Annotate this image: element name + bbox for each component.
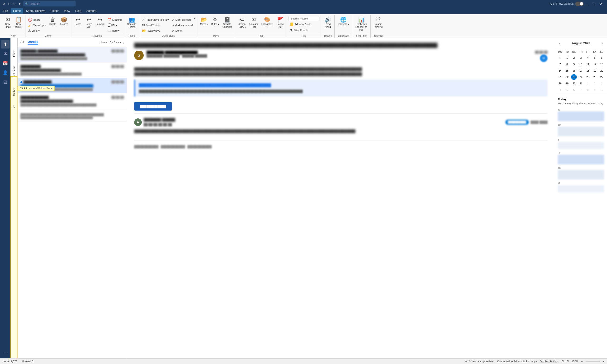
filter-email-button[interactable]: ⚗ Filter Email ▾	[289, 27, 310, 33]
cal-cell-7-next[interactable]: 7	[578, 87, 584, 93]
cal-cell-24[interactable]: 24	[578, 74, 584, 80]
nav-more-icon[interactable]: ⋯	[2, 349, 8, 356]
cal-cell-10[interactable]: 10	[578, 61, 584, 67]
cal-cell-3-next[interactable]: 3	[599, 81, 605, 86]
share-teams-button[interactable]: 👥 Share toTeams	[126, 16, 138, 29]
cal-cell-17[interactable]: 17	[578, 68, 584, 74]
nav-calendar-icon[interactable]: 📅	[1, 59, 10, 67]
read-delete-button[interactable]: ✉ Read/Delete	[141, 23, 170, 28]
im-button[interactable]: 💬 IM ▾	[106, 23, 123, 28]
address-book-button[interactable]: 📒 Address Book	[289, 22, 312, 27]
assign-policy-button[interactable]: 🏷 AssignPolicy ▾	[237, 16, 247, 29]
calendar-prev-button[interactable]: ‹	[558, 40, 562, 46]
menu-file[interactable]: File	[1, 8, 10, 13]
menu-home[interactable]: Home	[11, 8, 23, 13]
cal-cell-10-next[interactable]: 10	[599, 87, 605, 93]
email-item-2[interactable]: ██████████ ██/██/██ ████████████████████…	[18, 63, 127, 78]
cal-cell-16[interactable]: 16	[571, 68, 577, 74]
tab-unread[interactable]: Unread	[27, 40, 38, 45]
cal-cell-18[interactable]: 18	[585, 68, 591, 74]
menu-acrobat[interactable]: Acrobat	[84, 8, 98, 13]
cal-cell-12[interactable]: 12	[592, 61, 598, 67]
cal-cell-26[interactable]: 26	[592, 74, 598, 80]
send-onenote-button[interactable]: 📓 Send toOneNote	[221, 16, 233, 29]
cal-cell-1[interactable]: 1	[564, 55, 570, 61]
read-move-button[interactable]: 📂 Read/Move	[141, 28, 170, 33]
meeting-button[interactable]: 📅 Meeting	[106, 17, 123, 22]
search-people-input[interactable]	[289, 16, 319, 21]
email-item-5[interactable]: ████████████████████████████████████████…	[18, 109, 127, 121]
search-input[interactable]	[23, 1, 76, 6]
folder-label-jira[interactable]: Jira	[13, 104, 15, 110]
cal-cell-5-next[interactable]: 5	[564, 87, 570, 93]
cal-cell-7[interactable]: 7	[557, 61, 563, 67]
minimize-button[interactable]: ─	[584, 1, 591, 7]
forward-button[interactable]: ↪ Forward	[94, 16, 106, 27]
menu-help[interactable]: Help	[73, 8, 84, 13]
folder-label-outbox[interactable]: Outbox	[13, 87, 15, 97]
filter-sort-icon[interactable]: ↓	[123, 41, 124, 44]
report-phishing-button[interactable]: 🛡 ReportPhishing	[372, 16, 384, 29]
folder-label-sent[interactable]: Sent Items	[13, 65, 15, 79]
nav-mail-icon[interactable]: ✉	[1, 50, 10, 58]
view-icon-1[interactable]: ⊟	[562, 360, 564, 363]
display-settings-button[interactable]: Display Settings	[540, 360, 559, 363]
done-button[interactable]: ✔ Done	[171, 28, 194, 33]
cal-cell-2-next[interactable]: 2	[592, 81, 598, 86]
cal-cell-23-today[interactable]: 23	[571, 74, 577, 80]
cal-cell-4-next[interactable]: 4	[557, 87, 563, 93]
cal-cell-31[interactable]: 31	[578, 81, 584, 86]
undo-icon[interactable]: ↩	[7, 2, 11, 6]
cal-cell-8[interactable]: 8	[564, 61, 570, 67]
maximize-button[interactable]: □	[591, 1, 597, 7]
delete-button[interactable]: 🗑 Delete	[48, 16, 58, 27]
cal-cell-31-prev[interactable]: 31	[557, 55, 563, 61]
cal-cell-6[interactable]: 6	[599, 55, 605, 61]
unread-read-button[interactable]: ✉ Unread/Read	[248, 16, 259, 29]
nav-people-icon[interactable]: 👤	[1, 68, 10, 77]
cal-cell-9-next[interactable]: 9	[592, 87, 598, 93]
view-icon-2[interactable]: ⊡	[567, 360, 569, 363]
read-move-jira-button[interactable]: ↗ Read/Move to Jira ▾	[141, 17, 170, 22]
redo-icon[interactable]: ↪	[12, 2, 16, 6]
folder-label-inbox[interactable]: Inbox	[13, 50, 15, 58]
cal-cell-4[interactable]: 4	[585, 55, 591, 61]
follow-up-button[interactable]: 🚩 FollowUp ▾	[275, 16, 285, 29]
menu-view[interactable]: View	[62, 8, 73, 13]
ignore-button[interactable]: 🚫 Ignore	[27, 17, 47, 22]
new-email-button[interactable]: ✉ NewEmail	[2, 16, 13, 29]
cal-cell-3[interactable]: 3	[578, 55, 584, 61]
cal-cell-5[interactable]: 5	[592, 55, 598, 61]
translate-button[interactable]: 🌐 Translate ▾	[336, 16, 351, 27]
cal-cell-19[interactable]: 19	[592, 68, 598, 74]
reply-scheduling-poll-button[interactable]: 📊 Reply withScheduling Poll	[354, 16, 369, 32]
cal-cell-20[interactable]: 20	[599, 68, 605, 74]
cal-cell-29[interactable]: 29	[564, 81, 570, 86]
zoom-in-icon[interactable]: +	[603, 360, 604, 363]
junk-button[interactable]: ⚠ Junk ▾	[27, 28, 47, 33]
rules-button[interactable]: ⚙ Rules ▾	[210, 16, 221, 27]
close-button[interactable]: ✕	[597, 1, 605, 7]
cal-cell-9[interactable]: 9	[571, 61, 577, 67]
mark-as-read-button[interactable]: ✓ Mark as read	[171, 17, 194, 22]
cal-cell-27[interactable]: 27	[599, 74, 605, 80]
nav-tasks-icon[interactable]: ☑	[1, 78, 10, 87]
nav-cursor-icon[interactable]: ⬆	[1, 40, 10, 49]
tab-all[interactable]: All	[20, 40, 24, 45]
cal-cell-8-next[interactable]: 8	[585, 87, 591, 93]
cal-cell-1-next[interactable]: 1	[585, 81, 591, 86]
customize-icon[interactable]: ▾	[18, 2, 21, 6]
mark-as-unread-button[interactable]: ○ Mark as unread	[171, 23, 194, 28]
cal-cell-21[interactable]: 21	[557, 74, 563, 80]
cal-cell-14[interactable]: 14	[557, 68, 563, 74]
new-items-button[interactable]: 📋 NewItems ▾	[13, 16, 24, 29]
menu-folder[interactable]: Folder	[48, 8, 61, 13]
zoom-out-icon[interactable]: −	[581, 360, 582, 363]
cal-cell-13[interactable]: 13	[599, 61, 605, 67]
cal-cell-15[interactable]: 15	[564, 68, 570, 74]
archive-button[interactable]: 📦 Archive	[58, 16, 69, 27]
read-aloud-button[interactable]: 🔊 ReadAloud	[323, 16, 333, 29]
cal-cell-30[interactable]: 30	[571, 81, 577, 86]
cal-cell-25[interactable]: 25	[585, 74, 591, 80]
cal-cell-11[interactable]: 11	[585, 61, 591, 67]
